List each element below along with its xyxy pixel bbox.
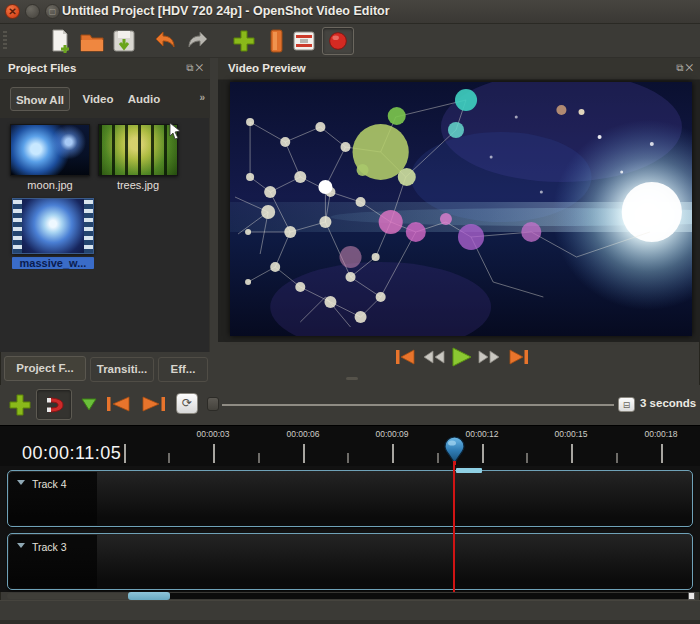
timeline-toolbar: ⟳ ⊟ 3 seconds: [0, 385, 700, 425]
file-name: trees.jpg: [98, 179, 178, 191]
snapping-magnet-icon: [37, 390, 71, 419]
track-label: Track 4: [32, 478, 67, 490]
play-icon[interactable]: [448, 346, 474, 368]
project-files-title: Project Files: [8, 62, 76, 74]
file-name-selected: massive_w...: [12, 257, 94, 269]
razor-icon[interactable]: [80, 397, 98, 412]
panel-splitter-handle[interactable]: [346, 377, 358, 380]
openshot-window: ✕ ▢ Untitled Project [HDV 720 24p] - Ope…: [0, 0, 700, 624]
tab-video[interactable]: Video: [76, 87, 120, 111]
chevron-down-icon[interactable]: [17, 480, 25, 485]
chevron-down-icon[interactable]: [17, 543, 25, 548]
tab-transitions[interactable]: Transiti...: [90, 357, 154, 382]
capture-icon[interactable]: [290, 27, 318, 55]
file-item-trees[interactable]: trees.jpg: [98, 124, 178, 191]
undock-icon[interactable]: ⧉: [186, 62, 195, 73]
moon-thumbnail[interactable]: [10, 124, 90, 176]
timeline-clip-fragment[interactable]: [456, 468, 482, 473]
close-window-icon[interactable]: ✕: [5, 4, 20, 19]
mouse-cursor-icon: [168, 122, 182, 140]
track-label: Track 3: [32, 541, 67, 553]
video-frame: [230, 82, 692, 336]
massive-video-thumbnail[interactable]: [12, 198, 94, 254]
video-preview-title: Video Preview: [228, 62, 306, 74]
new-project-icon[interactable]: [46, 27, 74, 55]
trees-thumbnail[interactable]: [98, 124, 178, 176]
add-track-icon[interactable]: [8, 393, 32, 417]
add-files-icon[interactable]: [230, 27, 258, 55]
jump-start-icon[interactable]: [393, 346, 419, 368]
playhead-marker[interactable]: [443, 436, 466, 465]
zoom-slider-handle[interactable]: [207, 397, 219, 411]
save-project-icon[interactable]: [110, 27, 138, 55]
timeline-scale-label: 3 seconds: [640, 397, 696, 409]
video-preview-header: Video Preview ⧉✕: [218, 58, 700, 80]
undo-icon[interactable]: [150, 27, 178, 55]
main-toolbar: [0, 24, 700, 58]
undock-icon[interactable]: ⧉: [676, 62, 685, 73]
track-header[interactable]: Track 3: [9, 535, 97, 588]
maximize-window-icon[interactable]: ▢: [45, 4, 60, 19]
rewind-icon[interactable]: [421, 346, 447, 368]
video-preview-area: [218, 80, 700, 342]
plexus-video-image: [230, 82, 692, 336]
project-files-filter-tabs: Show All Video Audio »: [0, 80, 210, 118]
timeline-hscroll-thumb[interactable]: [128, 592, 170, 600]
profile-icon[interactable]: [262, 27, 290, 55]
track-header[interactable]: Track 4: [9, 472, 97, 525]
fast-forward-icon[interactable]: [476, 346, 502, 368]
jump-end-icon[interactable]: [505, 346, 531, 368]
playhead-line: [453, 462, 455, 592]
title-bar[interactable]: ✕ ▢ Untitled Project [HDV 720 24p] - Ope…: [0, 0, 700, 24]
ruler-label: 00:00:18: [636, 429, 686, 439]
center-playhead-icon[interactable]: ⟳: [176, 393, 198, 414]
tab-show-all[interactable]: Show All: [10, 87, 70, 111]
current-timecode: 00:00:11:05: [22, 443, 121, 464]
track-row-3[interactable]: Track 3: [7, 533, 693, 590]
project-files-header: Project Files ⧉✕: [0, 58, 210, 80]
ruler-label: 00:00:09: [367, 429, 417, 439]
filmstrip-right: [84, 199, 93, 253]
file-name: moon.jpg: [10, 179, 90, 191]
close-icon[interactable]: ✕: [195, 62, 205, 73]
next-marker-icon[interactable]: [140, 394, 168, 414]
timeline-tracks-area[interactable]: Track 4 Track 3: [0, 466, 700, 592]
minimize-window-icon[interactable]: [25, 4, 40, 19]
zoom-scale-icon[interactable]: ⊟: [618, 397, 635, 412]
ruler-label: 00:00:15: [546, 429, 596, 439]
tab-effects[interactable]: Eff...: [158, 357, 208, 382]
timeline-hscroll-end-handle[interactable]: [688, 592, 695, 600]
status-bar: [0, 600, 700, 624]
redo-icon[interactable]: [185, 27, 213, 55]
snapping-toggle[interactable]: [36, 389, 72, 420]
zoom-slider-track[interactable]: [222, 404, 614, 406]
timeline-ruler[interactable]: 00:00:11:05 00:00:03 00:00:06 00:00:09 0…: [0, 425, 700, 466]
tab-project-files[interactable]: Project F...: [4, 356, 86, 381]
previous-marker-icon[interactable]: [104, 394, 132, 414]
close-icon[interactable]: ✕: [685, 62, 695, 73]
timeline-hscroll-track[interactable]: [7, 593, 128, 599]
window-title: Untitled Project [HDV 720 24p] - OpenSho…: [62, 4, 390, 18]
file-item-massive[interactable]: massive_w...: [12, 198, 94, 269]
track-row-4[interactable]: Track 4: [7, 470, 693, 527]
open-project-icon[interactable]: [78, 27, 106, 55]
tabs-overflow-chevron-icon[interactable]: »: [199, 92, 205, 103]
toolbar-grip[interactable]: [3, 31, 7, 51]
export-video-icon[interactable]: [322, 27, 354, 55]
ruler-label: 00:00:06: [278, 429, 328, 439]
ruler-label: 00:00:03: [188, 429, 238, 439]
project-files-list[interactable]: moon.jpg trees.jpg massive_w...: [0, 118, 210, 352]
file-item-moon[interactable]: moon.jpg: [10, 124, 90, 191]
timeline-hscroll-track-right[interactable]: [170, 593, 688, 599]
tab-audio[interactable]: Audio: [122, 87, 166, 111]
filmstrip-left: [13, 199, 22, 253]
